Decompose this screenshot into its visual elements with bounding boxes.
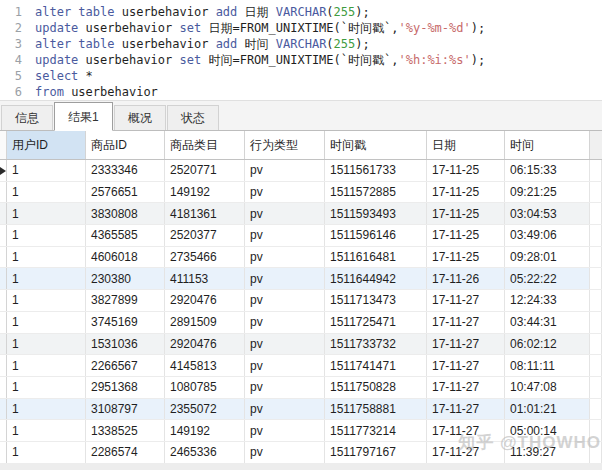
column-header-user-id[interactable]: 用户ID [7,131,86,159]
table-cell[interactable]: 1 [7,225,86,246]
table-cell[interactable]: 17-11-25 [427,182,505,203]
table-cell[interactable]: 3830808 [86,203,165,224]
table-cell[interactable]: 2520377 [165,225,245,246]
table-row[interactable]: 12576651149192pv151157288517-11-2509:21:… [0,182,602,204]
table-cell[interactable]: pv [245,160,325,181]
table-row[interactable]: 122865742465336pv151179716717-11-2711:39… [0,442,602,464]
table-cell[interactable]: 01:01:21 [505,399,590,420]
table-cell[interactable]: 4606018 [86,247,165,268]
table-cell[interactable]: 10:47:08 [505,377,590,398]
table-cell[interactable]: 1 [7,182,86,203]
table-row[interactable]: 123333462520771pv151156173317-11-2506:15… [0,160,602,182]
table-cell[interactable]: 17-11-25 [427,225,505,246]
table-cell[interactable]: 17-11-25 [427,160,505,181]
table-cell[interactable]: pv [245,225,325,246]
table-cell[interactable]: 2891509 [165,312,245,333]
table-cell[interactable]: 3745169 [86,312,165,333]
table-cell[interactable]: 411153 [165,268,245,289]
table-cell[interactable]: 17-11-27 [427,312,505,333]
table-cell[interactable]: pv [245,334,325,355]
table-row[interactable]: 138278992920476pv151171347317-11-2712:24… [0,290,602,312]
table-cell[interactable]: 1 [7,377,86,398]
table-cell[interactable]: 12:24:33 [505,290,590,311]
table-cell[interactable]: 05:22:22 [505,268,590,289]
table-row[interactable]: 129513681080785pv151175082817-11-2710:47… [0,377,602,399]
table-cell[interactable]: 1511644942 [325,268,427,289]
table-cell[interactable]: 1 [7,355,86,376]
tab-result1[interactable]: 结果1 [54,102,113,131]
table-cell[interactable]: 2266567 [86,355,165,376]
table-cell[interactable]: 2735466 [165,247,245,268]
table-cell[interactable]: 1511750828 [325,377,427,398]
table-cell[interactable]: 06:02:12 [505,334,590,355]
table-cell[interactable]: 17-11-27 [427,290,505,311]
table-cell[interactable]: 1 [7,203,86,224]
table-cell[interactable]: pv [245,203,325,224]
table-cell[interactable]: 1511741471 [325,355,427,376]
table-cell[interactable]: 2520771 [165,160,245,181]
column-header-item-id[interactable]: 商品ID [86,131,165,159]
table-cell[interactable]: pv [245,247,325,268]
table-cell[interactable]: 1531036 [86,334,165,355]
table-cell[interactable]: 1511561733 [325,160,427,181]
table-cell[interactable]: pv [245,420,325,441]
table-cell[interactable]: 2920476 [165,290,245,311]
tab-profile[interactable]: 概况 [114,105,166,130]
table-cell[interactable]: 2920476 [165,334,245,355]
table-cell[interactable]: 1511593493 [325,203,427,224]
table-cell[interactable]: 17-11-27 [427,377,505,398]
table-cell[interactable]: 17-11-27 [427,399,505,420]
table-cell[interactable]: 1338525 [86,420,165,441]
table-cell[interactable]: pv [245,290,325,311]
table-cell[interactable]: pv [245,268,325,289]
table-cell[interactable]: 3108797 [86,399,165,420]
column-header-item-category[interactable]: 商品类目 [165,131,245,159]
table-cell[interactable]: 1 [7,334,86,355]
table-cell[interactable]: 2951368 [86,377,165,398]
sql-editor[interactable]: 1alter table userbehavior add 日期 VARCHAR… [0,0,602,100]
table-row[interactable]: 1230380411153pv151164494217-11-2605:22:2… [0,268,602,290]
table-cell[interactable]: 1 [7,160,86,181]
table-cell[interactable]: 1 [7,290,86,311]
table-cell[interactable]: 2286574 [86,442,165,463]
table-row[interactable]: 138308084181361pv151159349317-11-2503:04… [0,203,602,225]
table-cell[interactable]: 1511733732 [325,334,427,355]
table-cell[interactable]: 4365585 [86,225,165,246]
table-cell[interactable]: 1080785 [165,377,245,398]
table-cell[interactable]: pv [245,355,325,376]
table-cell[interactable]: 1511616481 [325,247,427,268]
table-cell[interactable]: 17-11-27 [427,355,505,376]
table-cell[interactable]: 149192 [165,420,245,441]
table-row[interactable]: 137451692891509pv151172547117-11-2703:44… [0,312,602,334]
table-cell[interactable]: 1 [7,399,86,420]
table-row[interactable]: 146060182735466pv151161648117-11-2509:28… [0,247,602,269]
column-header-timestamp[interactable]: 时间戳 [325,131,427,159]
table-cell[interactable]: pv [245,442,325,463]
table-cell[interactable]: 11:39:27 [505,442,590,463]
table-cell[interactable]: 4181361 [165,203,245,224]
table-cell[interactable]: 1511773214 [325,420,427,441]
table-cell[interactable]: 1511713473 [325,290,427,311]
table-cell[interactable]: 08:11:11 [505,355,590,376]
table-cell[interactable]: 2576651 [86,182,165,203]
table-cell[interactable]: 17-11-27 [427,420,505,441]
table-cell[interactable]: 05:00:14 [505,420,590,441]
table-row[interactable]: 122665674145813pv151174147117-11-2708:11… [0,355,602,377]
tab-status[interactable]: 状态 [167,105,219,130]
table-cell[interactable]: 1511725471 [325,312,427,333]
table-cell[interactable]: 2355072 [165,399,245,420]
table-cell[interactable]: 06:15:33 [505,160,590,181]
table-cell[interactable]: 17-11-26 [427,268,505,289]
table-cell[interactable]: 17-11-27 [427,442,505,463]
table-row[interactable]: 11338525149192pv151177321417-11-2705:00:… [0,420,602,442]
table-cell[interactable]: 149192 [165,182,245,203]
column-header-behavior-type[interactable]: 行为类型 [245,131,325,159]
table-cell[interactable]: 1 [7,442,86,463]
table-cell[interactable]: 1 [7,312,86,333]
table-cell[interactable]: 03:04:53 [505,203,590,224]
table-row[interactable]: 115310362920476pv151173373217-11-2706:02… [0,334,602,356]
table-cell[interactable]: pv [245,312,325,333]
table-cell[interactable]: 09:28:01 [505,247,590,268]
table-cell[interactable]: 3827899 [86,290,165,311]
table-cell[interactable]: pv [245,182,325,203]
